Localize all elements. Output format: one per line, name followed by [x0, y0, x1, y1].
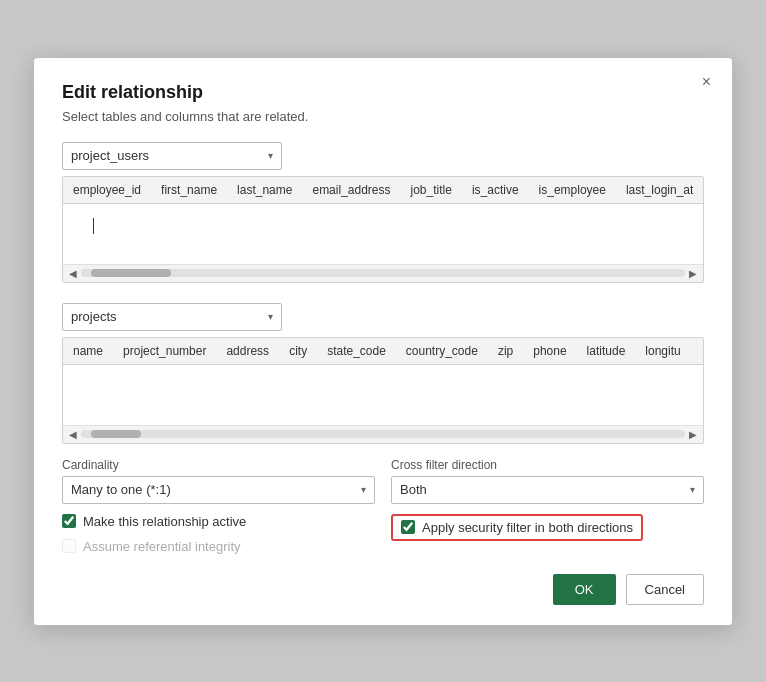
col-latitude: latitude — [577, 342, 636, 360]
table1-dropdown-arrow: ▾ — [268, 150, 273, 161]
col-city: city — [279, 342, 317, 360]
col-project_number: project_number — [113, 342, 216, 360]
col-job_title: job_title — [401, 181, 462, 199]
table1-scrollbar[interactable]: ◀ ▶ — [63, 264, 703, 282]
text-cursor — [93, 218, 94, 234]
table2-select[interactable]: projects ▾ — [62, 303, 282, 331]
col-name: name — [63, 342, 113, 360]
col-last_login_at: last_login_at — [616, 181, 703, 199]
table1-columns-container: employee_id first_name last_name email_a… — [62, 176, 704, 283]
col-country_code: country_code — [396, 342, 488, 360]
security-filter-label[interactable]: Apply security filter in both directions — [422, 520, 633, 535]
referential-checkbox-row: Assume referential integrity — [62, 539, 375, 554]
table1-columns-header: employee_id first_name last_name email_a… — [63, 177, 703, 204]
scroll-thumb[interactable] — [91, 269, 171, 277]
col-longitu: longitu — [635, 342, 690, 360]
ok-button[interactable]: OK — [553, 574, 616, 605]
action-buttons: OK Cancel — [62, 574, 704, 605]
table1-select[interactable]: project_users ▾ — [62, 142, 282, 170]
cancel-button[interactable]: Cancel — [626, 574, 704, 605]
dialog-title: Edit relationship — [62, 82, 704, 103]
cardinality-select[interactable]: Many to one (*:1) ▾ — [62, 476, 375, 504]
scroll2-right-arrow[interactable]: ▶ — [687, 429, 699, 440]
cardinality-arrow: ▾ — [361, 484, 366, 495]
col-employee_id: employee_id — [63, 181, 151, 199]
close-button[interactable]: × — [697, 72, 716, 92]
scroll2-track[interactable] — [81, 430, 685, 438]
cardinality-label: Cardinality — [62, 458, 375, 472]
scroll-track[interactable] — [81, 269, 685, 277]
active-checkbox-row: Make this relationship active — [62, 514, 375, 529]
cardinality-section: Cardinality Many to one (*:1) ▾ Make thi… — [62, 458, 375, 554]
referential-checkbox[interactable] — [62, 539, 76, 553]
table2-scrollbar[interactable]: ◀ ▶ — [63, 425, 703, 443]
scroll-right-arrow[interactable]: ▶ — [687, 268, 699, 279]
cross-filter-arrow: ▾ — [690, 484, 695, 495]
col-phone: phone — [523, 342, 576, 360]
cross-filter-label: Cross filter direction — [391, 458, 704, 472]
table1-columns-body[interactable] — [63, 204, 703, 264]
security-filter-row: Apply security filter in both directions — [391, 514, 643, 541]
col-state_code: state_code — [317, 342, 396, 360]
scroll2-thumb[interactable] — [91, 430, 141, 438]
table2-columns-header: name project_number address city state_c… — [63, 338, 703, 365]
scroll-left-arrow[interactable]: ◀ — [67, 268, 79, 279]
col-zip: zip — [488, 342, 523, 360]
table1-selected-value: project_users — [71, 148, 149, 163]
table2-columns-body[interactable] — [63, 365, 703, 425]
col-email_address: email_address — [302, 181, 400, 199]
cross-filter-value: Both — [400, 482, 427, 497]
cross-filter-section: Cross filter direction Both ▾ Apply secu… — [391, 458, 704, 541]
bottom-options: Cardinality Many to one (*:1) ▾ Make thi… — [62, 458, 704, 554]
cross-filter-select[interactable]: Both ▾ — [391, 476, 704, 504]
dialog-subtitle: Select tables and columns that are relat… — [62, 109, 704, 124]
referential-label: Assume referential integrity — [83, 539, 241, 554]
col-last_name: last_name — [227, 181, 302, 199]
table2-columns-container: name project_number address city state_c… — [62, 337, 704, 444]
col-is_active: is_active — [462, 181, 529, 199]
active-checkbox[interactable] — [62, 514, 76, 528]
scroll2-left-arrow[interactable]: ◀ — [67, 429, 79, 440]
col-address: address — [216, 342, 279, 360]
col-is_employee: is_employee — [529, 181, 616, 199]
table2-selected-value: projects — [71, 309, 117, 324]
col-first_name: first_name — [151, 181, 227, 199]
table2-dropdown-arrow: ▾ — [268, 311, 273, 322]
security-filter-checkbox[interactable] — [401, 520, 415, 534]
active-label[interactable]: Make this relationship active — [83, 514, 246, 529]
cardinality-value: Many to one (*:1) — [71, 482, 171, 497]
edit-relationship-dialog: × Edit relationship Select tables and co… — [33, 57, 733, 626]
